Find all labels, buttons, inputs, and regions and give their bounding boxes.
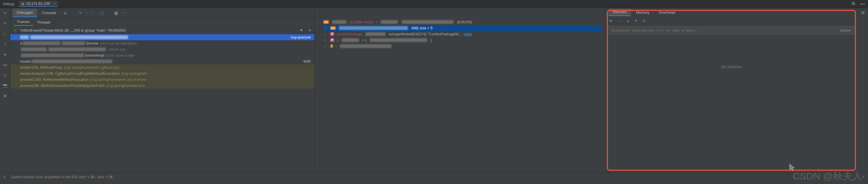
minimize-icon[interactable]: —	[860, 1, 865, 7]
debug-topbar: Debug: ▣ 10.171.62.199 × ⚙ —	[0, 0, 868, 8]
frames-panel: Debugger Console ≣ ↷ ↓ ↑ →| ▦ ⋯ Frames T…	[10, 8, 315, 173]
variable-row[interactable]: › oo 288} size = 5	[324, 25, 602, 31]
thread-selector[interactable]: ✔ "mtthrift-workThread-8410-18-...,245 i…	[10, 26, 314, 34]
stack-frame[interactable]: nibmk oxy.	[10, 46, 314, 52]
stack-list: ↩ 'oxy.queryse d Service (com.sa uai.nib…	[10, 34, 314, 88]
add-watch-icon[interactable]: ＋	[609, 18, 613, 24]
no-watches-label: No watches	[605, 64, 858, 69]
modify-icon[interactable]: ✎	[3, 21, 8, 26]
resume-icon[interactable]: ▷	[3, 31, 8, 36]
step-out-icon[interactable]: ↑	[92, 11, 94, 15]
rerun-icon[interactable]: ↻	[3, 10, 8, 16]
variables-panel: › oo yList$Itr.next() = @38295} › oo 288…	[315, 8, 605, 173]
close-hint-icon[interactable]: ×	[862, 175, 865, 179]
tab-debugger[interactable]: Debugger	[12, 9, 37, 17]
mute-bp-icon[interactable]: ⊘	[3, 73, 8, 78]
tab-watches[interactable]: Watches	[609, 9, 631, 16]
pause-icon[interactable]: ॥	[3, 42, 8, 47]
debug-main: ↻ ✎ ▷ ॥ ■ ●● ⊘ 📷 ⚙ Debugger Console ≣ ↷ …	[0, 8, 868, 173]
subtab-frames[interactable]: Frames	[14, 18, 33, 26]
threads-icon[interactable]: ≣	[63, 11, 67, 15]
evaluate-icon[interactable]: ▦	[114, 11, 118, 15]
hint-text: Switch frames from anywhere in the IDE w…	[11, 175, 862, 179]
subtab-threads[interactable]: Threads	[33, 19, 54, 26]
debugger-tabs: Debugger Console ≣ ↷ ↓ ↑ →| ▦ ⋯	[10, 8, 314, 18]
bottom-hint-bar: » Switch frames from anywhere in the IDE…	[0, 173, 868, 181]
chevron-right-icon[interactable]: ›	[324, 44, 328, 48]
watch-lang[interactable]: Java▾	[840, 28, 851, 32]
stop-icon[interactable]: ■	[3, 52, 8, 57]
snapshot-icon[interactable]: 📷	[3, 83, 8, 88]
copy-icon[interactable]: ⧉	[643, 19, 645, 23]
watch-expression-input[interactable]: Evaluate expression (⏎) or add a watc… J…	[609, 26, 854, 34]
stack-frame[interactable]: d Service (com.sa uai.nibmktpro	[10, 40, 314, 46]
watch-placeholder: Evaluate expression (⏎) or add a watc…	[612, 28, 697, 32]
tab-memory[interactable]: Memory	[632, 9, 654, 16]
app-icon: ▣	[21, 2, 24, 6]
run-to-cursor-icon[interactable]: →|	[98, 11, 103, 15]
variable-row[interactable]: › P p = {}	[324, 37, 602, 43]
variables-list: › oo yList$Itr.next() = @38295} › oo 288…	[315, 18, 605, 50]
left-toolbar: ↻ ✎ ▷ ॥ ■ ●● ⊘ 📷 ⚙	[0, 8, 10, 173]
view-link[interactable]: View	[464, 32, 472, 36]
back-icon: ↩	[14, 35, 17, 40]
variable-row[interactable]: › P comboPackage ackageModel@38274} "Com…	[324, 31, 602, 37]
step-over-icon[interactable]: ↷	[79, 11, 82, 15]
stack-frame[interactable]: proceed:163, ReflectiveMethodInvocation …	[10, 77, 314, 82]
gear-icon[interactable]: ⚙	[851, 1, 856, 7]
variable-row[interactable]: › f t	[324, 43, 602, 49]
stack-frame[interactable]: ServiceImpl (com. kuai.ni ktpr	[10, 52, 314, 58]
trace-icon[interactable]: ⋯	[122, 11, 126, 15]
thread-status: "mtthrift-workThread-8410-18-...,245 in …	[20, 28, 126, 32]
filter-icon[interactable]: ▼	[299, 28, 303, 32]
debug-label: Debug:	[3, 2, 15, 6]
chevron-right-icon[interactable]: ›	[324, 38, 328, 42]
stack-frame[interactable]: ↩ 'oxy.queryse	[10, 34, 314, 40]
chevron-right-icon[interactable]: ›	[324, 26, 328, 30]
frames-subtabs: Frames Threads	[10, 18, 314, 26]
close-icon[interactable]: ×	[53, 1, 56, 6]
breakpoints-icon[interactable]: ●●	[3, 62, 8, 67]
move-up-icon[interactable]: ▲	[626, 19, 630, 23]
run-config-name: 10.171.62.199	[26, 1, 50, 6]
watches-tabs: Watches Memory Overhead	[605, 8, 858, 17]
run-config-tab[interactable]: ▣ 10.171.62.199 ×	[19, 1, 58, 7]
stack-frame[interactable]: invokeJoinpoint:746, CglibAopProxy$Cglib…	[10, 71, 314, 77]
chevron-right-icon[interactable]: ›	[324, 32, 328, 36]
object-tag: oo	[323, 20, 329, 24]
tab-console[interactable]: Console	[38, 9, 60, 17]
stack-frame[interactable]: invoke '60f5	[10, 58, 314, 64]
layout-icon[interactable]: ▤	[861, 10, 865, 15]
settings-icon[interactable]: ⚙	[3, 93, 8, 98]
step-into-icon[interactable]: ↓	[86, 11, 88, 15]
param-tag: P	[330, 32, 334, 36]
expand-icon[interactable]: »	[3, 175, 5, 179]
field-tag: f	[330, 44, 333, 48]
stack-frame[interactable]: proceed:88, MethodInvocationProceedingJo…	[10, 82, 314, 88]
remove-watch-icon[interactable]: —	[618, 19, 621, 23]
move-down-icon[interactable]: ▼	[634, 19, 638, 23]
watches-toolbar: ＋ — ▲ ▼ ⧉	[605, 17, 858, 25]
variable-row[interactable]: › oo yList$Itr.next() = @38295}	[317, 19, 602, 25]
object-tag: oo	[330, 26, 336, 30]
param-tag: P	[330, 38, 334, 42]
tab-overhead[interactable]: Overhead	[655, 9, 679, 16]
dropdown-icon[interactable]: ▾	[309, 28, 311, 32]
right-toolbar: ▤	[858, 8, 868, 173]
stack-frame[interactable]: invoke:204, MethodProxy (org.springframe…	[10, 64, 314, 71]
check-icon: ✔	[14, 28, 17, 32]
watches-panel: Watches Memory Overhead ＋ — ▲ ▼ ⧉ Evalua…	[605, 8, 858, 173]
chevron-right-icon[interactable]: ›	[317, 20, 321, 24]
